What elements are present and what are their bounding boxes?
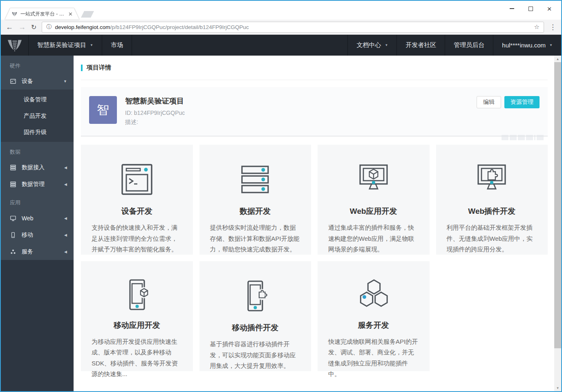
sidebar-item-mobile[interactable]: 移动 ◀ [1,226,74,243]
nav-item-market[interactable]: 市场 [102,35,132,56]
maximize-button[interactable] [521,3,540,14]
card-description: 基于插件容器进行移动插件开发，可以实现功能页面多移动应用集成，大大提升复用效率。 [210,339,301,371]
resource-manage-button[interactable]: 资源管理 [504,96,540,108]
chevron-down-icon: ▼ [90,43,93,47]
phone-cube-icon [121,278,153,311]
address-bar[interactable]: ⓘ develop.feifengiot.com/p/b124FP9IrjCGQ… [42,22,544,33]
project-banner: 智 智慧新吴验证项目 ID: b124FP9IrjCGQPuc 描述: 编辑 资… [81,87,548,137]
sidebar: 硬件 设备 ▼ 设备管理 产品开发 固件升级 数据 [1,56,74,391]
card-mobile-app-dev[interactable]: 移动应用开发 为移动应用开发提供应用快速生成、版本管理，以及多种移动SDK、移动… [81,261,193,371]
tab-close-icon[interactable]: ✕ [68,11,73,17]
sidebar-item-service[interactable]: 服务 ◀ [1,243,74,260]
sidebar-submenu-device: 设备管理 产品开发 固件升级 [1,90,74,142]
maximize-icon [528,7,533,11]
browser-window: 一站式开发平台 - 项目 ✕ × ← → ↻ ⓘ develop.feifeng… [0,0,562,392]
url-host: develop.feifengiot.com [55,24,110,30]
app-logo[interactable] [1,35,29,56]
phone-icon [10,232,16,238]
card-description: 提供秒级实时流处理能力，数据存储、数据计算和数据API开放能力，帮助您快速完成数… [210,222,301,255]
sidebar-item-device-manage[interactable]: 设备管理 [1,91,74,108]
edit-button[interactable]: 编辑 [477,96,501,108]
doc-center-label: 文档中心 [356,41,381,49]
chevron-left-icon: ◀ [64,182,67,186]
sidebar-item-label: 设备 [22,78,33,85]
card-description: 通过集成丰富的插件和服务，快速构建您的Web应用，满足物联网场景的多端展现。 [328,222,419,255]
sidebar-item-label: 数据管理 [22,181,45,188]
browser-menu-icon[interactable]: ⋮ [549,23,556,31]
card-title: 服务开发 [358,320,389,331]
browser-titlebar: 一站式开发平台 - 项目 ✕ × [1,1,561,20]
project-selector-label: 智慧新吴验证项目 [37,41,86,49]
card-title: 移动应用开发 [114,320,160,331]
sidebar-item-data-manage[interactable]: 数据管理 ◀ [1,176,74,193]
forward-icon[interactable]: → [18,23,26,31]
scrollbar-thumb[interactable] [554,62,561,348]
new-tab-button[interactable] [81,11,94,18]
sidebar-item-device[interactable]: 设备 ▼ [1,73,74,90]
card-description: 支持设备的快速接入和开发，满足从连接到管理的全方位需求，并赋予万物丰富的智能化服… [92,222,182,255]
monitor-puzzle-icon [475,162,508,197]
feature-card-grid: 设备开发 支持设备的快速接入和开发，满足从连接到管理的全方位需求，并赋予万物丰富… [81,145,548,371]
card-title: Web插件开发 [468,206,515,217]
project-avatar: 智 [89,96,117,124]
url-text: develop.feifengiot.com/p/b124FP9IrjCGQPu… [55,24,531,30]
minimize-icon [510,8,514,9]
minimize-button[interactable] [502,3,521,14]
device-board-icon [10,78,16,85]
card-web-app-dev[interactable]: Web应用开发 通过集成丰富的插件和服务，快速构建您的Web应用，满足物联网场景… [318,145,430,255]
reload-icon[interactable]: ↻ [31,23,36,31]
bookmark-star-icon[interactable]: ☆ [534,23,540,31]
phone-puzzle-icon [239,278,271,314]
sidebar-item-label: 移动 [22,231,33,239]
project-info: 智慧新吴验证项目 ID: b124FP9IrjCGQPuc 描述: [125,96,185,128]
sidebar-footer-area [1,260,74,391]
card-device-dev[interactable]: 设备开发 支持设备的快速接入和开发，满足从连接到管理的全方位需求，并赋予万物丰富… [81,145,193,255]
page-info-icon[interactable]: ⓘ [46,23,51,31]
scroll-up-icon[interactable]: ▲ [554,56,561,62]
sidebar-item-web[interactable]: Web ◀ [1,210,74,226]
navbar-spacer [132,35,348,56]
nav-item-doc-center[interactable]: 文档中心 ▼ [347,35,396,56]
chevron-down-icon: ▼ [63,79,67,83]
terminal-icon [121,162,153,197]
sidebar-item-label: 数据接入 [22,164,45,171]
stacked-bars-icon [10,164,16,171]
project-selector[interactable]: 智慧新吴验证项目 ▼ [29,35,102,56]
card-service-dev[interactable]: 服务开发 快速完成物联网相关服务API的开发、调试、部署、商业化，并无缝集成到独… [318,261,430,371]
card-title: 移动插件开发 [232,323,278,333]
chevron-left-icon: ◀ [64,166,67,170]
bird-logo-icon [6,39,23,52]
main-content: 项目详情 智 智慧新吴验证项目 ID: b124FP9IrjCGQPuc 描述:… [74,56,554,391]
url-path: /p/b124FP9IrjCGQPuc/project/detail/b124F… [110,24,249,30]
app-navbar: 智慧新吴验证项目 ▼ 市场 文档中心 ▼ 开发者社区 管理员后台 hul****… [1,35,561,56]
project-name: 智慧新吴验证项目 [125,96,185,106]
card-description: 利用平台的基础开发框架开发插件、无缝集成到Web应用中，实现插件的跨应用分发。 [447,222,537,255]
scroll-down-icon[interactable]: ▼ [554,385,561,391]
market-label: 市场 [111,41,123,49]
card-data-dev[interactable]: 数据开发 提供秒级实时流处理能力，数据存储、数据计算和数据API开放能力，帮助您… [199,145,311,255]
stacked-bars-icon [10,181,16,188]
close-icon: × [547,5,551,13]
monitor-cube-icon [357,162,390,197]
sidebar-item-firmware-upgrade[interactable]: 固件升级 [1,124,74,140]
vertical-scrollbar[interactable]: ▲ ▼ [554,56,561,391]
card-mobile-plugin-dev[interactable]: 移动插件开发 基于插件容器进行移动插件开发，可以实现功能页面多移动应用集成，大大… [199,261,311,371]
card-web-plugin-dev[interactable]: Web插件开发 利用平台的基础开发框架开发插件、无缝集成到Web应用中，实现插件… [436,145,548,255]
close-button[interactable]: × [540,3,559,14]
sidebar-item-product-dev[interactable]: 产品开发 [1,108,74,124]
breadcrumb: 项目详情 [81,56,548,80]
account-menu[interactable]: hul****inwu.com ▼ [493,35,561,56]
favicon-bird-icon [11,11,18,17]
back-icon[interactable]: ← [6,23,13,31]
card-title: Web应用开发 [350,206,397,217]
nav-item-admin-console[interactable]: 管理员后台 [445,35,493,56]
community-label: 开发者社区 [405,41,436,49]
tab-title: 一站式开发平台 - 项目 [20,11,65,18]
tab-strip: 一站式开发平台 - 项目 ✕ [1,8,94,20]
cluster-icon [10,249,16,255]
sidebar-item-data-access[interactable]: 数据接入 ◀ [1,159,74,176]
card-title: 设备开发 [121,206,152,217]
nav-item-community[interactable]: 开发者社区 [396,35,445,56]
browser-tab[interactable]: 一站式开发平台 - 项目 ✕ [5,8,79,20]
admin-console-label: 管理员后台 [454,41,484,49]
